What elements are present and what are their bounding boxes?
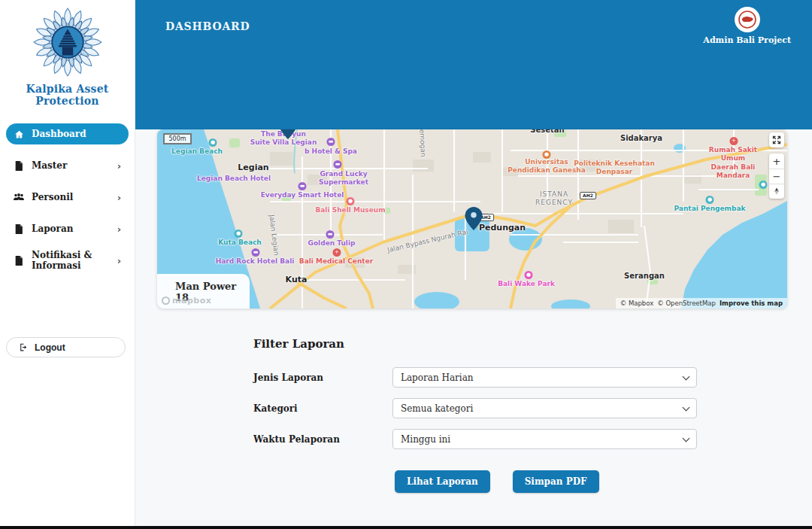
filter-row-jenis: Jenis Laporan Laporan Harian (253, 367, 697, 388)
field-label-waktu-pelaporan: Waktu Pelaporan (253, 434, 392, 445)
sidebar-item-label: Dashboard (32, 129, 86, 139)
chevron-right-icon: › (117, 193, 121, 202)
mapbox-logo[interactable]: mapbox (162, 296, 211, 306)
mandala-logo-icon (32, 6, 104, 78)
screen-bottom-edge (0, 526, 812, 529)
app-root: Kalpika Asset Protection Dashboard Maste… (0, 0, 812, 529)
sidebar-item-label: Notifikasi & Informasi (32, 250, 110, 271)
logout-button[interactable]: Logout (6, 337, 126, 357)
zoom-control-group: + − ▲▼ (769, 154, 784, 199)
fullscreen-button[interactable] (769, 132, 784, 147)
map-marker-top[interactable] (278, 129, 298, 143)
mapbox-logo-icon (162, 296, 170, 305)
brand-logo (0, 0, 135, 78)
chevron-right-icon: › (117, 161, 121, 171)
map-scale-control: 500m (163, 133, 192, 144)
sidebar-item-laporan[interactable]: Laporan › (6, 218, 129, 239)
field-label-jenis-laporan: Jenis Laporan (253, 372, 392, 383)
logout-icon (19, 342, 29, 352)
map-container: Legian Beach The Banyun Suite Villa Legi… (157, 129, 787, 309)
logout-label: Logout (35, 342, 65, 353)
map-attribution: © Mapbox © OpenStreetMap Improve this ma… (616, 298, 787, 309)
sidebar-item-notifikasi[interactable]: Notifikasi & Informasi › (6, 250, 129, 271)
filter-section: Filter Laporan Jenis Laporan Laporan Har… (253, 337, 697, 493)
chevron-right-icon: › (117, 256, 121, 266)
road-shield-ah2: AH2 (580, 192, 596, 199)
select-wrapper: Semua kategori (392, 398, 697, 418)
zoom-in-button[interactable]: + (769, 154, 784, 169)
filter-row-kategori: Kategori Semua kategori (253, 398, 697, 418)
sidebar: Kalpika Asset Protection Dashboard Maste… (0, 0, 135, 526)
document-icon (14, 255, 24, 266)
sidebar-item-personil[interactable]: Personil › (6, 187, 129, 208)
attribution-mapbox[interactable]: © Mapbox (620, 299, 654, 307)
lihat-laporan-button[interactable]: Lihat Laporan (395, 470, 490, 493)
sidebar-item-label: Laporan (32, 223, 73, 234)
simpan-pdf-button[interactable]: Simpan PDF (513, 470, 599, 493)
sidebar-item-master[interactable]: Master › (6, 155, 129, 176)
user-name: Admin Bali Project (703, 35, 791, 45)
compass-icon: ▲▼ (774, 189, 778, 194)
kategori-select[interactable]: Semua kategori (392, 398, 697, 418)
compass-button[interactable]: ▲▼ (769, 184, 784, 199)
bali-island-icon (738, 10, 757, 29)
sidebar-menu: Dashboard Master › Personil › L (0, 123, 135, 271)
home-icon (14, 129, 24, 139)
chevron-right-icon: › (117, 224, 121, 234)
page-title: DASHBOARD (165, 20, 250, 32)
jenis-laporan-select[interactable]: Laporan Harian (392, 367, 697, 388)
people-icon (14, 192, 24, 202)
sidebar-item-label: Personil (32, 192, 73, 202)
sidebar-item-dashboard[interactable]: Dashboard (6, 123, 129, 144)
document-icon (14, 160, 24, 171)
user-account[interactable]: Admin Bali Project (703, 7, 791, 45)
waktu-pelaporan-select[interactable]: Minggu ini (392, 429, 697, 449)
fullscreen-icon (772, 135, 781, 144)
select-wrapper: Laporan Harian (392, 367, 697, 388)
attribution-improve-link[interactable]: Improve this map (720, 299, 783, 307)
document-icon (14, 223, 24, 234)
sidebar-item-label: Master (32, 160, 67, 171)
header-bar: DASHBOARD Admin Bali Project (135, 0, 812, 129)
field-label-kategori: Kategori (253, 403, 392, 414)
brand-title: Kalpika Asset Protection (0, 83, 135, 107)
zoom-out-button[interactable]: − (769, 169, 784, 184)
avatar (735, 7, 760, 32)
filter-buttons: Lihat Laporan Simpan PDF (253, 470, 697, 493)
filter-title: Filter Laporan (253, 337, 697, 351)
attribution-osm[interactable]: © OpenStreetMap (657, 299, 716, 307)
select-wrapper: Minggu ini (392, 429, 697, 449)
filter-row-waktu: Waktu Pelaporan Minggu ini (253, 429, 697, 449)
map-marker-pedungan[interactable] (465, 207, 483, 234)
